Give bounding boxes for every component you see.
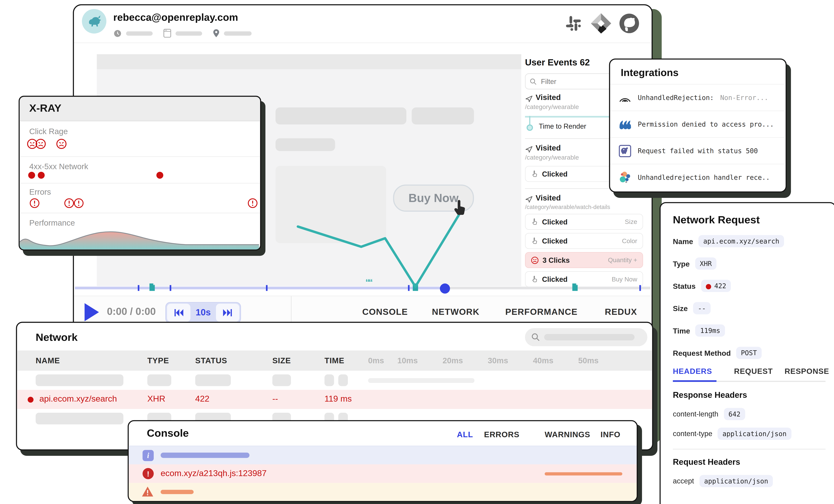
github-icon[interactable] bbox=[618, 12, 640, 35]
event-card-label: 3 Clicks bbox=[543, 256, 570, 264]
tab-response[interactable]: RESPONSE bbox=[785, 367, 829, 376]
error-icon[interactable] bbox=[73, 198, 84, 209]
event-title[interactable]: Visited bbox=[535, 93, 561, 102]
timeline-event-tick[interactable] bbox=[266, 285, 267, 291]
error-icon: ! bbox=[142, 468, 154, 479]
angry-face-icon[interactable] bbox=[35, 138, 46, 149]
integration-item-quotes[interactable]: Permission denied to access pro... bbox=[610, 111, 786, 137]
tab-performance[interactable]: PERFORMANCE bbox=[505, 307, 578, 317]
console-tab-info[interactable]: INFO bbox=[600, 430, 620, 439]
event-title[interactable]: Visited bbox=[535, 144, 561, 152]
network-error-dot[interactable] bbox=[38, 172, 45, 179]
integration-message: Request failed with status 500 bbox=[638, 147, 758, 155]
angry-face-icon[interactable] bbox=[56, 138, 67, 149]
event-card-label: Clicked bbox=[542, 237, 567, 245]
play-button[interactable] bbox=[85, 303, 99, 321]
time-axis-label: 50ms bbox=[578, 356, 598, 365]
skeleton-bar bbox=[175, 31, 202, 36]
time-axis-label: 40ms bbox=[533, 356, 553, 365]
time-axis-label: 30ms bbox=[488, 356, 508, 365]
field-status: Status 422 bbox=[673, 280, 731, 292]
tab-console[interactable]: CONSOLE bbox=[362, 307, 408, 317]
info-icon: i bbox=[142, 450, 154, 461]
field-label: Time bbox=[673, 326, 690, 335]
field-value: api.ecom.xyz/search bbox=[699, 235, 784, 247]
skip-forward-button[interactable] bbox=[216, 304, 239, 322]
timeline-event-tick[interactable] bbox=[138, 285, 139, 291]
timeline-event-tick[interactable] bbox=[170, 285, 171, 291]
skeleton-bar bbox=[147, 374, 171, 386]
column-status[interactable]: STATUS bbox=[195, 356, 227, 365]
click-icon bbox=[531, 170, 538, 177]
slack-icon[interactable] bbox=[564, 14, 583, 33]
column-name[interactable]: NAME bbox=[36, 356, 60, 365]
clock-icon bbox=[113, 29, 122, 38]
network-request-panel: Network Request Name api.ecom.xyz/search… bbox=[659, 202, 834, 504]
skeleton-bar bbox=[36, 374, 124, 386]
request-type: XHR bbox=[147, 394, 165, 404]
user-email: rebecca@openreplay.com bbox=[113, 12, 238, 23]
tab-network[interactable]: NETWORK bbox=[432, 307, 480, 317]
console-tab-errors[interactable]: ERRORS bbox=[484, 430, 520, 439]
error-icon[interactable] bbox=[247, 198, 258, 209]
integration-message: UnhandledRejection: bbox=[638, 93, 714, 102]
skip-amount[interactable]: 10s bbox=[192, 307, 215, 318]
request-name[interactable]: api.ecom.xyz/search bbox=[39, 394, 117, 404]
timeline-file-marker[interactable] bbox=[572, 283, 578, 291]
field-label: Status bbox=[673, 282, 696, 290]
column-time[interactable]: TIME bbox=[325, 356, 345, 365]
search-icon bbox=[531, 333, 540, 342]
field-label: Type bbox=[673, 259, 690, 268]
browser-icon bbox=[163, 29, 171, 38]
integrations-title: Integrations bbox=[621, 67, 679, 79]
event-card-rage-clicks[interactable]: 3 Clicks Quantity + bbox=[525, 252, 643, 268]
table-row-error[interactable]: api.ecom.xyz/search XHR 422 -- 119 ms bbox=[17, 390, 652, 409]
integration-item-sentry[interactable]: UnhandledRejection: Non-Error... bbox=[610, 84, 786, 111]
console-panel: Console ALL ERRORS WARNINGS INFO i ! eco… bbox=[128, 420, 638, 502]
error-icon[interactable] bbox=[29, 198, 40, 209]
console-row-info[interactable]: i bbox=[129, 446, 637, 465]
console-row-warning[interactable] bbox=[129, 483, 637, 501]
event-card-clicked[interactable]: Clicked Size bbox=[525, 214, 643, 230]
console-tab-warnings[interactable]: WARNINGS bbox=[545, 430, 590, 439]
header-label: content-length bbox=[673, 410, 718, 418]
console-row-error[interactable]: ! ecom.xyz/a213qh.js:123987 bbox=[129, 464, 637, 483]
event-card-target: Size bbox=[625, 218, 637, 225]
integration-item-elastic[interactable]: Unhandledrejection handler rece.. bbox=[610, 164, 786, 190]
timeline-event-tick[interactable] bbox=[639, 285, 641, 291]
console-tab-all[interactable]: ALL bbox=[457, 430, 473, 439]
skip-back-button[interactable] bbox=[167, 304, 190, 322]
network-error-dot[interactable] bbox=[156, 172, 163, 179]
column-size[interactable]: SIZE bbox=[272, 356, 291, 365]
response-headers-heading: Response Headers bbox=[673, 391, 747, 400]
column-type[interactable]: TYPE bbox=[147, 356, 169, 365]
tab-redux[interactable]: REDUX bbox=[605, 307, 637, 317]
click-path-line bbox=[293, 206, 469, 291]
time-display: 0:00 / 0:00 bbox=[107, 306, 156, 317]
visited-icon bbox=[525, 195, 533, 203]
event-title[interactable]: Visited bbox=[535, 194, 561, 202]
network-search-field[interactable] bbox=[525, 328, 648, 346]
error-icon[interactable] bbox=[64, 198, 74, 209]
tab-request[interactable]: REQUEST bbox=[734, 367, 773, 376]
timeline-file-marker[interactable] bbox=[149, 283, 155, 291]
skip-forward-icon bbox=[222, 308, 233, 317]
click-icon bbox=[531, 237, 538, 245]
jira-icon[interactable] bbox=[589, 12, 613, 35]
field-value: 119ms bbox=[695, 324, 725, 337]
skeleton-bar bbox=[325, 374, 334, 386]
tab-headers[interactable]: HEADERS bbox=[673, 367, 712, 376]
event-card-label: Clicked bbox=[542, 170, 567, 178]
timing-label[interactable]: Time to Render bbox=[539, 123, 586, 130]
integration-item-datadog[interactable]: Request failed with status 500 bbox=[610, 137, 786, 164]
event-card-clicked[interactable]: Clicked Color bbox=[525, 233, 643, 249]
header-entry: accept application/json bbox=[673, 475, 773, 487]
quotes-icon bbox=[619, 118, 631, 131]
console-error-source[interactable]: ecom.xyz/a213qh.js:123987 bbox=[161, 468, 267, 478]
field-request-method: Request Method POST bbox=[673, 347, 762, 359]
field-name: Name api.ecom.xyz/search bbox=[673, 235, 784, 247]
field-value: XHR bbox=[695, 258, 717, 270]
field-size: Size -- bbox=[673, 302, 710, 314]
network-panel-title: Network bbox=[36, 331, 78, 344]
network-error-dot[interactable] bbox=[28, 172, 35, 179]
